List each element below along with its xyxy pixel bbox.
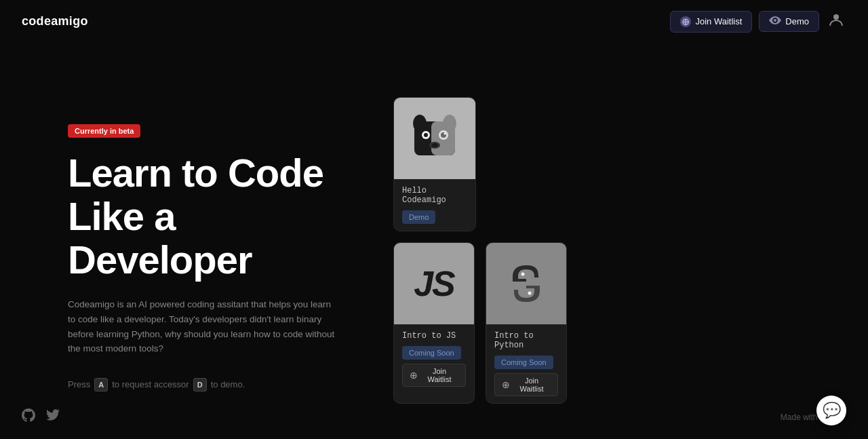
hello-codeamigo-image <box>394 98 475 179</box>
intro-js-body: Intro to JS Coming Soon ⊕ Join Waitlist <box>394 324 474 394</box>
svg-point-11 <box>431 143 438 147</box>
intro-js-title: Intro to JS <box>402 331 466 341</box>
svg-point-12 <box>521 273 525 276</box>
chat-bubble-button[interactable]: 💬 <box>816 396 846 425</box>
main-heading: Learn to Code Like a Developer <box>68 151 353 281</box>
logo: codeamigo <box>22 14 88 28</box>
svg-point-13 <box>528 292 532 295</box>
right-content: Hello Codeamigo Demo JS Intro to JS Comi… <box>393 83 773 404</box>
intro-js-image: JS <box>394 243 474 324</box>
hello-codeamigo-card: Hello Codeamigo Demo <box>393 97 476 231</box>
left-content: Currently in beta Learn to Code Like a D… <box>68 83 353 392</box>
twitter-icon[interactable] <box>46 409 60 425</box>
keyboard-hint: Press A to request accessor D to demo. <box>68 378 353 392</box>
join-waitlist-button[interactable]: ⊕ Join Waitlist <box>670 11 752 33</box>
footer-icons <box>22 408 60 425</box>
intro-python-title: Intro to Python <box>494 331 558 350</box>
plus-circle-icon: ⊕ <box>680 16 691 27</box>
intro-python-card: Intro to Python Coming Soon ⊕ Join Waitl… <box>486 242 567 404</box>
hello-codeamigo-title: Hello Codeamigo <box>402 186 467 205</box>
svg-point-9 <box>444 133 446 135</box>
description: Codeamigo is an AI powered coding assita… <box>68 297 339 356</box>
footer: Made with ♥ in 🏳 <box>22 408 846 425</box>
svg-point-6 <box>424 133 428 137</box>
intro-js-coming-soon-button[interactable]: Coming Soon <box>402 346 461 360</box>
header: codeamigo ⊕ Join Waitlist Demo <box>0 0 868 43</box>
intro-python-join-waitlist-button[interactable]: ⊕ Join Waitlist <box>494 373 558 396</box>
svg-point-0 <box>833 14 839 20</box>
demo-button[interactable]: Demo <box>759 11 819 32</box>
profile-button[interactable] <box>826 9 846 33</box>
hello-codeamigo-body: Hello Codeamigo Demo <box>394 179 475 231</box>
plus-icon: ⊕ <box>410 370 418 381</box>
beta-badge: Currently in beta <box>68 124 140 138</box>
intro-python-image <box>486 243 566 324</box>
plus-icon: ⊕ <box>502 379 510 390</box>
chat-icon: 💬 <box>823 402 841 419</box>
top-cards-row: Hello Codeamigo Demo <box>393 97 773 231</box>
key-d: D <box>193 378 207 392</box>
main-content: Currently in beta Learn to Code Like a D… <box>0 43 868 425</box>
intro-python-coming-soon-button[interactable]: Coming Soon <box>494 356 553 369</box>
intro-js-join-waitlist-button[interactable]: ⊕ Join Waitlist <box>402 364 466 387</box>
github-icon[interactable] <box>22 408 35 425</box>
hello-codeamigo-demo-button[interactable]: Demo <box>402 210 435 224</box>
intro-js-card: JS Intro to JS Coming Soon ⊕ Join Waitli… <box>393 242 475 404</box>
svg-point-2 <box>413 115 427 132</box>
intro-python-body: Intro to Python Coming Soon ⊕ Join Waitl… <box>486 324 566 403</box>
eye-icon <box>769 16 781 26</box>
bottom-cards-row: JS Intro to JS Coming Soon ⊕ Join Waitli… <box>393 242 773 404</box>
header-actions: ⊕ Join Waitlist Demo <box>670 9 846 33</box>
key-a: A <box>94 378 108 392</box>
